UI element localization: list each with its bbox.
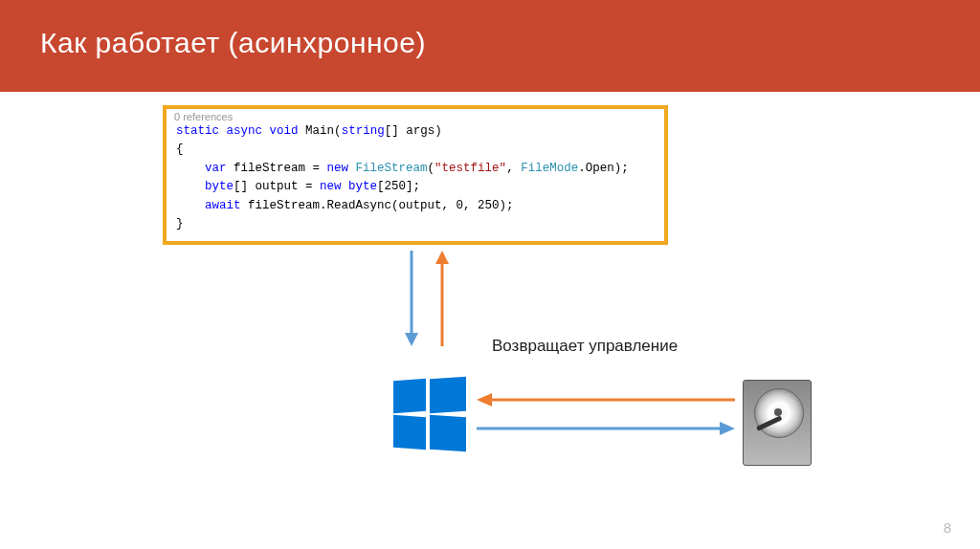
slide-header: Как работает (асинхронное) (0, 0, 980, 92)
svg-marker-7 (720, 422, 735, 435)
slide-title: Как работает (асинхронное) (40, 27, 940, 59)
page-number: 8 (944, 519, 951, 536)
references-hint: 0 references (167, 109, 664, 122)
windows-logo-icon (393, 378, 466, 450)
svg-marker-3 (435, 251, 449, 264)
code-snippet: 0 references static async void Main(stri… (163, 105, 668, 245)
arrow-down-icon (402, 251, 421, 346)
arrow-right-icon (477, 421, 735, 436)
code-block: static async void Main(string[] args) { … (167, 122, 664, 241)
arrow-up-icon (433, 251, 452, 346)
arrow-left-icon (477, 392, 735, 407)
hard-drive-icon (743, 380, 812, 466)
svg-marker-1 (405, 333, 418, 346)
svg-marker-5 (477, 393, 492, 406)
return-control-label: Возвращает управление (492, 337, 678, 356)
